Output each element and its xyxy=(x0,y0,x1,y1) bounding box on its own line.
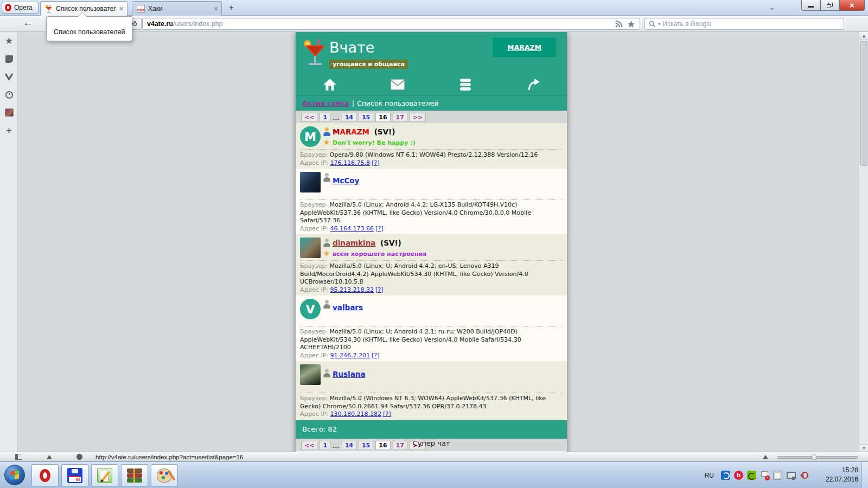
account-link[interactable]: MARAZM xyxy=(507,43,541,52)
nav-home[interactable] xyxy=(296,74,363,95)
user-row: ★ dinamkina (SV!) всем хорошего настроен… xyxy=(296,234,567,296)
nav-forum[interactable] xyxy=(431,74,499,95)
network-icon[interactable] xyxy=(786,471,795,480)
panel-image-thumb[interactable] xyxy=(0,104,18,121)
tabbar-chevron-icon[interactable]: ⌄ xyxy=(769,3,775,11)
zoom-slider-handle[interactable] xyxy=(811,454,817,460)
nav-messages[interactable] xyxy=(363,74,431,95)
window-minimize-button[interactable] xyxy=(801,0,820,11)
rss-icon[interactable] xyxy=(615,20,623,28)
ip-help-link[interactable]: [?] xyxy=(372,159,379,166)
tray-app-icon[interactable] xyxy=(721,471,730,480)
tab-close-icon[interactable]: × xyxy=(119,5,124,12)
user-avatar-photo[interactable] xyxy=(300,237,321,258)
tab-close-icon[interactable]: × xyxy=(214,5,218,12)
history-clock-icon[interactable] xyxy=(0,86,18,104)
taskbar-winrar-button[interactable] xyxy=(121,464,148,486)
windows-taskbar: 64 RU 15:28 22.07.2016 xyxy=(0,461,868,488)
user-name[interactable]: MARAZM xyxy=(333,127,369,136)
zoom-arrow-icon[interactable] xyxy=(763,455,768,459)
status-arrow-icon[interactable] xyxy=(47,455,52,459)
nvidia-icon[interactable] xyxy=(747,471,756,480)
total-bar: Всего: 82 xyxy=(296,420,567,439)
windows-flag-icon xyxy=(10,470,19,480)
breadcrumb-current: Список пользователей xyxy=(357,99,438,107)
curved-arrow-icon xyxy=(526,78,540,91)
opera-menu-button[interactable]: Opera xyxy=(2,2,39,14)
taskbar-clock[interactable]: 15:28 22.07.2016 xyxy=(826,466,858,484)
breadcrumb-link[interactable]: Актив сайта xyxy=(302,99,349,107)
notepadpp-icon xyxy=(97,468,112,483)
scrollbar-thumb[interactable] xyxy=(860,41,867,166)
taskbar-floppy-button[interactable]: 64 xyxy=(61,464,88,486)
taskbar-paint-button[interactable] xyxy=(151,464,178,486)
downloads-icon[interactable] xyxy=(0,68,18,86)
scrollbar-menu-icon[interactable]: ▼ xyxy=(859,444,868,452)
tooltip-text: Список пользователей xyxy=(54,28,125,36)
ip-link[interactable]: 95.213.218.32 xyxy=(330,286,374,293)
bookmark-star-icon[interactable] xyxy=(627,20,635,28)
status-globe-icon xyxy=(76,454,82,460)
page-prev[interactable]: << xyxy=(301,113,317,122)
ip-link[interactable]: 46.164.173.66 xyxy=(330,225,374,232)
user-avatar-letter[interactable]: V xyxy=(300,299,321,319)
ip-link[interactable]: 176.116.75.8 xyxy=(330,159,370,166)
nav-refresh[interactable] xyxy=(499,74,567,95)
ip-link[interactable]: 91.246.7.201 xyxy=(330,352,370,359)
language-indicator[interactable]: RU xyxy=(705,472,714,479)
clipboard-icon[interactable] xyxy=(773,471,782,480)
ip-help-link[interactable]: [?] xyxy=(375,225,383,232)
panels-toggle-icon[interactable] xyxy=(15,454,22,460)
vertical-scrollbar[interactable]: ▲ ▼ xyxy=(859,32,868,452)
site-title: Вчате xyxy=(329,39,374,56)
user-name[interactable]: Ruslana xyxy=(333,370,366,378)
search-engine-caret-icon[interactable]: ▾ xyxy=(658,21,661,27)
user-avatar-letter[interactable]: M xyxy=(300,126,321,147)
back-button[interactable]: ← xyxy=(23,17,33,29)
pagination-top: << 1 ... 14 15 16 17 >> xyxy=(296,111,567,123)
user-name[interactable]: McCoy xyxy=(333,176,359,185)
taskbar-opera-button[interactable] xyxy=(31,464,59,486)
browser-titlebar: Opera Список пользователей × CMS Хаки × … xyxy=(0,0,868,16)
page-1[interactable]: 1 xyxy=(320,113,330,122)
notes-icon[interactable] xyxy=(0,50,18,68)
beats-audio-icon[interactable] xyxy=(734,471,743,480)
account-box[interactable]: MARAZM xyxy=(493,37,556,57)
address-bar[interactable]: v4ate.ru/users/index.php xyxy=(142,18,640,30)
ip-help-link[interactable]: [?] xyxy=(375,286,383,293)
user-name[interactable]: dinamkina xyxy=(333,239,375,247)
system-tray: RU xyxy=(705,462,808,488)
window-close-button[interactable]: × xyxy=(839,0,865,11)
search-box[interactable]: ▾ xyxy=(644,18,844,30)
add-panel-icon[interactable]: + xyxy=(0,121,18,139)
search-input[interactable] xyxy=(663,20,840,28)
action-center-flag-icon[interactable] xyxy=(760,471,769,480)
ip-help-link[interactable]: [?] xyxy=(372,352,379,359)
new-tab-button[interactable]: + xyxy=(227,3,236,12)
zoom-slider[interactable] xyxy=(777,456,858,459)
bookmarks-star-icon[interactable]: ★ xyxy=(0,32,18,50)
scroll-up-icon[interactable]: ▲ xyxy=(859,32,868,40)
user-gender-icon xyxy=(323,239,331,247)
taskbar-notepadpp-button[interactable] xyxy=(91,464,118,486)
page-17[interactable]: 17 xyxy=(393,113,407,122)
ip-link[interactable]: 130.180.218.182 xyxy=(330,410,381,418)
tab-title: Список пользователей xyxy=(56,5,116,12)
user-avatar-photo[interactable] xyxy=(300,364,321,385)
ip-help-link[interactable]: [?] xyxy=(383,410,391,418)
clock-date: 22.07.2016 xyxy=(826,475,858,484)
page-14[interactable]: 14 xyxy=(342,113,356,122)
tab-haki[interactable]: CMS Хаки × xyxy=(132,1,222,16)
show-desktop-button[interactable] xyxy=(861,462,868,488)
start-button[interactable] xyxy=(4,465,25,485)
window-restore-button[interactable] xyxy=(820,0,839,11)
envelope-icon xyxy=(390,79,405,91)
user-browser-line: Браузер: Opera/9.80 (Windows NT 6.1; WOW… xyxy=(300,151,563,159)
volume-muted-icon[interactable] xyxy=(799,471,808,480)
page-next[interactable]: >> xyxy=(410,113,426,122)
user-avatar-photo[interactable] xyxy=(300,172,321,192)
page-15[interactable]: 15 xyxy=(359,113,373,122)
floppy-disk-icon: 64 xyxy=(67,468,82,483)
user-name[interactable]: valbars xyxy=(333,303,363,312)
clock-time: 15:28 xyxy=(826,466,858,475)
